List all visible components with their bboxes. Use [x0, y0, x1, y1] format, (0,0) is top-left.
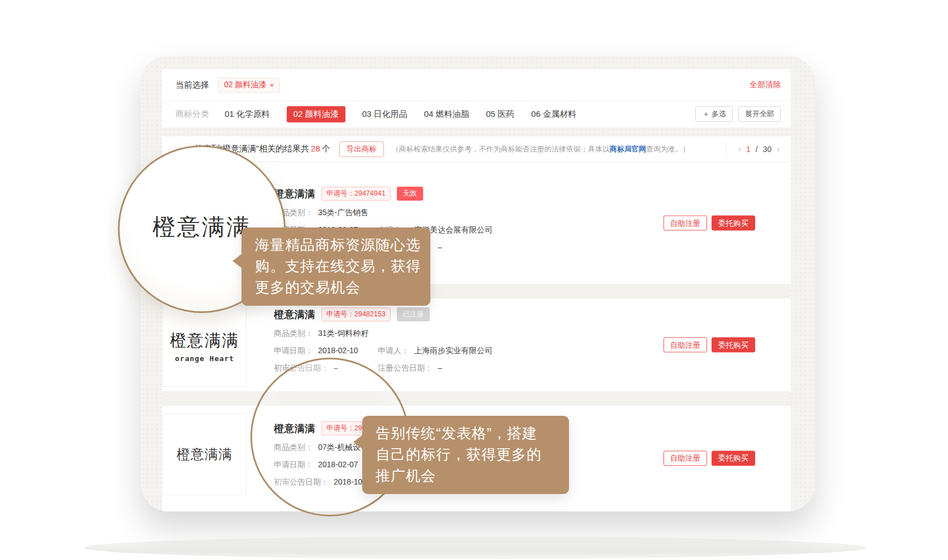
trademark-name[interactable]: 橙意满满: [274, 187, 315, 201]
first-pub-label: 初审公告日期：: [274, 477, 329, 487]
entrust-buy-button[interactable]: 委托购买: [712, 450, 755, 466]
row-actions-1: 自助注册 委托购买: [663, 216, 755, 231]
application-number-tag: 申请号：29474941: [321, 187, 391, 201]
trademark-office-link[interactable]: 商标局官网: [610, 145, 646, 153]
trademark-row-2: 橙意满满 orange Heart 橙意满满 申请号：29482153 已注册 …: [162, 298, 791, 391]
application-number-tag: 申请号：29482153: [321, 307, 391, 321]
trademark-details-2: 橙意满满 申请号：29482153 已注册 商品类别：31类-饲料种籽 申请日期…: [274, 298, 492, 373]
callout-line: 告别传统“发表格”，搭建: [376, 423, 556, 444]
callout-arrow-icon: [233, 254, 242, 268]
remove-filter-icon[interactable]: ×: [269, 81, 274, 89]
category-row: 商标分类 01 化学原料 02 颜料油漆 03 日化用品 04 燃料油脂 05 …: [162, 101, 791, 127]
pagination-separator: /: [756, 145, 758, 154]
multi-select-button[interactable]: ＋ 多选: [695, 106, 733, 122]
apply-date-label: 申请日期：: [274, 460, 313, 470]
reg-pub-label: 注册公告日期：: [378, 363, 433, 373]
category-item-01[interactable]: 01 化学原料: [225, 109, 270, 120]
self-register-button[interactable]: 自助注册: [663, 216, 707, 231]
apply-date-value: 2018-02-07: [318, 460, 358, 470]
trademark-image-3[interactable]: 橙意满满: [163, 414, 247, 495]
callout-line: 购。支持在线交易，获得: [255, 255, 417, 277]
application-number-value: 29474941: [354, 189, 386, 197]
first-pub-label: 初审公告日期：: [274, 363, 329, 373]
first-pub-value: –: [334, 363, 338, 373]
disclaimer-prefix: （商标检索结果仅供参考，不作为商标能否注册的法律依据；具体以: [392, 145, 610, 153]
category-item-06[interactable]: 06 金属材料: [531, 109, 576, 120]
callout-line: 自己的标行，获得更多的: [376, 444, 556, 465]
trademark-image-text: 橙意满满: [177, 445, 233, 463]
pagination-current-page: 1: [746, 145, 751, 154]
pagination-total-pages: 30: [763, 145, 772, 154]
callout-bubble-2: 告别传统“发表格”，搭建 自己的标行，获得更多的 推广机会: [362, 416, 569, 494]
pagination-next-icon[interactable]: ›: [776, 144, 780, 155]
status-badge: 已注册: [397, 307, 430, 321]
self-register-button[interactable]: 自助注册: [663, 338, 707, 353]
self-register-button[interactable]: 自助注册: [663, 450, 707, 466]
results-count-value: 28: [309, 144, 322, 153]
magnified-trademark-text: 橙意满满: [153, 212, 251, 243]
selected-filter-chip-label: 02 颜料油漆: [224, 80, 266, 90]
row-actions-3: 自助注册 委托购买: [663, 450, 755, 466]
pedestal-shadow: [84, 537, 866, 559]
callout-line: 更多的交易机会: [255, 277, 417, 298]
callout-line: 海量精品商标资源随心选: [255, 234, 417, 255]
current-selection-row: 当前选择 02 颜料油漆 × 全部清除: [162, 69, 791, 101]
category-item-04[interactable]: 04 燃料油脂: [424, 109, 470, 120]
application-number-label: 申请号：: [326, 310, 354, 318]
category-value: 35类-广告销售: [318, 208, 368, 218]
trademark-image-text: 橙意满满: [170, 330, 239, 352]
trademark-image-2[interactable]: 橙意满满 orange Heart: [163, 305, 247, 387]
row-separator: [162, 391, 791, 406]
filter-panel: 当前选择 02 颜料油漆 × 全部清除 商标分类 01 化学原料 02 颜料油漆…: [162, 69, 791, 127]
status-badge: 无效: [397, 187, 423, 201]
trademark-image-subtext: orange Heart: [175, 354, 234, 363]
pagination-prev-icon[interactable]: ‹: [738, 144, 741, 155]
entrust-buy-button[interactable]: 委托购买: [712, 216, 755, 231]
selected-filter-chip[interactable]: 02 颜料油漆 ×: [218, 78, 280, 93]
callout-line: 推广机会: [376, 465, 556, 486]
clear-all-button[interactable]: 全部清除: [750, 80, 781, 90]
category-item-02-selected[interactable]: 02 颜料油漆: [287, 106, 345, 122]
results-header: 检索到“橙意满满”相关的结果共28个 导出商标 （商标检索结果仅供参考，不作为商…: [162, 136, 791, 162]
category-value: 31类-饲料种籽: [318, 329, 368, 339]
entrust-buy-button[interactable]: 委托购买: [712, 338, 755, 353]
application-number-label: 申请号：: [326, 189, 354, 197]
application-number-value: 29482153: [354, 310, 386, 318]
page: 当前选择 02 颜料油漆 × 全部清除 商标分类 01 化学原料 02 颜料油漆…: [0, 0, 948, 560]
current-selection-label: 当前选择: [176, 80, 209, 91]
applicant-label: 申请人：: [378, 346, 409, 356]
reg-pub-value: –: [438, 243, 442, 253]
row-actions-2: 自助注册 委托购买: [663, 338, 755, 353]
expand-all-button[interactable]: 展开全部: [738, 106, 781, 122]
trademark-name[interactable]: 橙意满满: [274, 308, 315, 321]
category-item-03[interactable]: 03 日化用品: [362, 109, 407, 120]
pagination: ‹ 1 / 30 ›: [727, 144, 791, 155]
category-label: 商品类别：: [274, 443, 313, 453]
apply-date-label: 申请日期：: [274, 346, 313, 356]
category-item-05[interactable]: 05 医药: [486, 109, 514, 120]
category-row-label: 商标分类: [176, 109, 209, 120]
callout-bubble-1: 海量精品商标资源随心选 购。支持在线交易，获得 更多的交易机会: [241, 227, 430, 306]
results-count-suffix: 个: [322, 144, 330, 153]
trademark-name[interactable]: 橙意满满: [274, 422, 315, 435]
disclaimer-text: （商标检索结果仅供参考，不作为商标能否注册的法律依据；具体以商标局官网查询为准。…: [392, 144, 690, 154]
applicant-value: 上海雨步实业有限公司: [414, 346, 492, 356]
export-trademarks-button[interactable]: 导出商标: [339, 141, 384, 157]
application-number-label: 申请号：: [326, 424, 354, 432]
apply-date-value: 2018-02-10: [318, 346, 358, 356]
callout-arrow-icon: [353, 435, 363, 449]
category-label: 商品类别：: [274, 329, 313, 339]
reg-pub-value: –: [438, 363, 442, 373]
category-actions: ＋ 多选 展开全部: [695, 106, 781, 122]
disclaimer-suffix: 查询为准。）: [646, 145, 690, 153]
